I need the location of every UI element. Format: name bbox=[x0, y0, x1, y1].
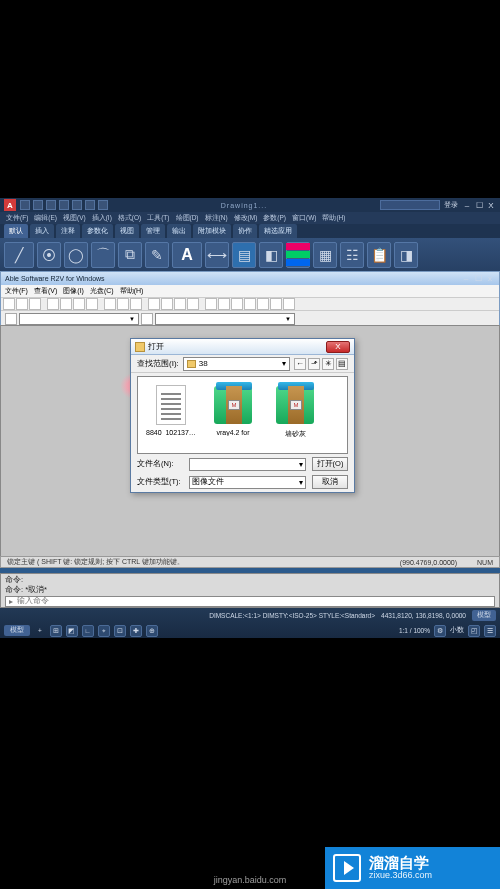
watermark-banner[interactable]: 溜溜自学 zixue.3d66.com bbox=[325, 847, 500, 889]
tb-icon[interactable] bbox=[104, 298, 116, 310]
cancel-button[interactable]: 取消 bbox=[312, 475, 348, 489]
tb-icon[interactable] bbox=[205, 298, 217, 310]
file-item[interactable]: M 墙砂灰 bbox=[270, 383, 320, 447]
menu-item[interactable]: 帮助(H) bbox=[322, 214, 345, 223]
dialog-close-button[interactable]: X bbox=[326, 341, 350, 353]
up-icon[interactable]: ⬏ bbox=[308, 358, 320, 370]
status-toggle-icon[interactable]: ∟ bbox=[82, 625, 94, 637]
menu-item[interactable]: 图像(I) bbox=[63, 286, 84, 296]
tb-icon[interactable] bbox=[117, 298, 129, 310]
r2v-toolbar-2[interactable]: ▼ ▼ bbox=[1, 311, 499, 326]
ribbon-tab[interactable]: 视图 bbox=[115, 224, 139, 238]
qat-btn[interactable] bbox=[33, 200, 43, 210]
menu-item[interactable]: 格式(O) bbox=[118, 214, 141, 223]
tb-icon[interactable] bbox=[174, 298, 186, 310]
tb-icon[interactable] bbox=[141, 313, 153, 325]
block-tool-icon[interactable]: ◧ bbox=[259, 242, 283, 268]
qat-btn[interactable] bbox=[72, 200, 82, 210]
line-tool-icon[interactable]: ╱ bbox=[4, 242, 34, 268]
qat-btn[interactable] bbox=[59, 200, 69, 210]
status-toggle-icon[interactable]: ◩ bbox=[66, 625, 78, 637]
menu-item[interactable]: 工具(T) bbox=[147, 214, 169, 223]
tb-icon[interactable] bbox=[187, 298, 199, 310]
menu-item[interactable]: 绘图(D) bbox=[176, 214, 199, 223]
group-tool-icon[interactable]: ▦ bbox=[313, 242, 337, 268]
view-tool-icon[interactable]: ◨ bbox=[394, 242, 418, 268]
tb-icon[interactable] bbox=[218, 298, 230, 310]
tb-icon[interactable] bbox=[47, 298, 59, 310]
layout-plus-icon[interactable]: + bbox=[34, 626, 46, 635]
status-toggle-icon[interactable]: ⊕ bbox=[146, 625, 158, 637]
menu-item[interactable]: 插入(I) bbox=[92, 214, 112, 223]
ribbon-tab[interactable]: 输出 bbox=[167, 224, 191, 238]
ribbon-tab[interactable]: 插入 bbox=[30, 224, 54, 238]
qat-btn[interactable] bbox=[46, 200, 56, 210]
circle-tool-icon[interactable]: ◯ bbox=[64, 242, 88, 268]
acad-menu-bar[interactable]: 文件(F) 编辑(E) 视图(V) 插入(I) 格式(O) 工具(T) 绘图(D… bbox=[0, 212, 500, 224]
open-button[interactable]: 打开(O) bbox=[312, 457, 348, 471]
properties-tool-icon[interactable] bbox=[286, 242, 310, 268]
maximize-icon[interactable]: ☐ bbox=[474, 200, 484, 210]
views-icon[interactable]: ▤ bbox=[336, 358, 348, 370]
model-tab[interactable]: 模型 bbox=[472, 610, 496, 621]
menu-item[interactable]: 文件(F) bbox=[5, 286, 28, 296]
ribbon-tab[interactable]: 管理 bbox=[141, 224, 165, 238]
status-toggle-icon[interactable]: ⊡ bbox=[114, 625, 126, 637]
tb-icon[interactable] bbox=[148, 298, 160, 310]
tb-icon[interactable] bbox=[130, 298, 142, 310]
menu-item[interactable]: 光盘(C) bbox=[90, 286, 114, 296]
file-list[interactable]: 8840_1021370... M vray4.2 for M 墙砂灰 bbox=[137, 376, 348, 454]
tb-icon[interactable] bbox=[231, 298, 243, 310]
ribbon-tab[interactable]: 协作 bbox=[233, 224, 257, 238]
layer-tool-icon[interactable]: ▤ bbox=[232, 242, 256, 268]
tb-icon[interactable] bbox=[5, 313, 17, 325]
ribbon-tabs[interactable]: 默认 插入 注释 参数化 视图 管理 输出 附加模块 协作 精选应用 bbox=[0, 224, 500, 238]
qat-btn[interactable] bbox=[20, 200, 30, 210]
r2v-toolbar-1[interactable] bbox=[1, 297, 499, 311]
menu-item[interactable]: 查看(V) bbox=[34, 286, 57, 296]
tool-icon[interactable]: ✎ bbox=[145, 242, 169, 268]
ribbon-tab[interactable]: 默认 bbox=[4, 224, 28, 238]
back-icon[interactable]: ← bbox=[294, 358, 306, 370]
qat-btn[interactable] bbox=[98, 200, 108, 210]
status-toggle-icon[interactable]: ⊞ bbox=[50, 625, 62, 637]
arc-tool-icon[interactable]: ⌒ bbox=[91, 242, 115, 268]
dim-tool-icon[interactable]: ⟷ bbox=[205, 242, 229, 268]
tb-icon[interactable] bbox=[283, 298, 295, 310]
tb-icon[interactable] bbox=[16, 298, 28, 310]
tb-icon[interactable] bbox=[3, 298, 15, 310]
status-toggle-icon[interactable]: ✚ bbox=[130, 625, 142, 637]
zoom-readout[interactable]: 1:1 / 100% bbox=[399, 627, 430, 634]
close-icon[interactable]: X bbox=[486, 200, 496, 210]
menu-item[interactable]: 文件(F) bbox=[6, 214, 28, 223]
login-link[interactable]: 登录 bbox=[444, 200, 458, 210]
cmd-input[interactable]: ▸ 输入命令 bbox=[5, 596, 495, 607]
model-tab-btn[interactable]: 模型 bbox=[4, 625, 30, 636]
menu-item[interactable]: 窗口(W) bbox=[292, 214, 316, 223]
status-toggle-icon[interactable]: ⌖ bbox=[98, 625, 110, 637]
newfolder-icon[interactable]: ✳ bbox=[322, 358, 334, 370]
text-tool-icon[interactable]: A bbox=[172, 242, 202, 268]
maximize-icon[interactable]: ☐ bbox=[473, 274, 483, 284]
acad-search-input[interactable] bbox=[380, 200, 440, 210]
file-item[interactable]: M vray4.2 for bbox=[208, 383, 258, 447]
qat-btn[interactable] bbox=[85, 200, 95, 210]
menu-item[interactable]: 编辑(E) bbox=[34, 214, 57, 223]
tb-icon[interactable] bbox=[270, 298, 282, 310]
lookin-dropdown[interactable]: 38 ▾ bbox=[183, 357, 290, 371]
measure-tool-icon[interactable]: ☷ bbox=[340, 242, 364, 268]
minimize-icon[interactable]: – bbox=[462, 200, 472, 210]
tb-icon[interactable] bbox=[244, 298, 256, 310]
menu-item[interactable]: 标注(N) bbox=[205, 214, 228, 223]
minimize-icon[interactable]: – bbox=[461, 274, 471, 284]
menu-item[interactable]: 帮助(H) bbox=[120, 286, 144, 296]
tb-icon[interactable] bbox=[60, 298, 72, 310]
menu-item[interactable]: 修改(M) bbox=[234, 214, 258, 223]
menu-item[interactable]: 参数(P) bbox=[263, 214, 286, 223]
filename-input[interactable]: ▾ bbox=[189, 458, 306, 471]
paste-tool-icon[interactable]: 📋 bbox=[367, 242, 391, 268]
ribbon-tab[interactable]: 精选应用 bbox=[259, 224, 297, 238]
polyline-tool-icon[interactable]: ⦿ bbox=[37, 242, 61, 268]
ribbon-tab[interactable]: 附加模块 bbox=[193, 224, 231, 238]
ribbon-tab[interactable]: 参数化 bbox=[82, 224, 113, 238]
